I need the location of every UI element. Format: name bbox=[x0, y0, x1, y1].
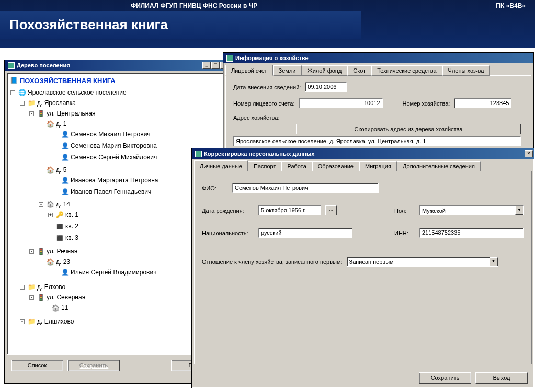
person-icon bbox=[61, 188, 69, 196]
collapser-icon[interactable]: - bbox=[10, 90, 15, 95]
tab-housing[interactable]: Жилой фонд bbox=[302, 65, 348, 76]
street-node[interactable]: ул. Речная bbox=[47, 248, 77, 255]
collapser-icon[interactable]: - bbox=[29, 295, 34, 300]
tab-extra[interactable]: Дополнительные сведения bbox=[397, 161, 481, 171]
dob-input[interactable]: 5 октября 1956 г. bbox=[258, 205, 321, 215]
house-icon bbox=[46, 120, 54, 128]
sex-value: Мужской bbox=[422, 207, 446, 214]
collapser-icon[interactable]: - bbox=[20, 285, 25, 290]
collapser-icon[interactable]: - bbox=[39, 202, 43, 207]
street-node[interactable]: ул. Северная bbox=[47, 294, 85, 301]
apt-node[interactable]: кв. 2 bbox=[65, 223, 78, 230]
relation-value: Записан первым bbox=[349, 259, 394, 265]
window-icon bbox=[195, 151, 202, 157]
relation-label: Отношение к члену хозяйства, записанного… bbox=[202, 259, 343, 265]
person-node[interactable]: Ильин Сергей Владимирович bbox=[71, 269, 156, 276]
house-node[interactable]: д. 1 bbox=[56, 120, 66, 128]
household-no-label: Номер хозяйства: bbox=[403, 100, 450, 107]
personal-window-title: Корректировка персональных данных bbox=[204, 151, 314, 157]
tab-lands[interactable]: Земли bbox=[273, 65, 302, 76]
person-node[interactable]: Семенов Сергей Михайлович bbox=[71, 154, 157, 161]
person-node[interactable]: Семенов Михаил Петрович bbox=[71, 131, 151, 138]
list-button[interactable]: Список bbox=[11, 360, 63, 371]
apt-node[interactable]: кв. 3 bbox=[65, 234, 78, 241]
tab-account[interactable]: Лицевой счет bbox=[225, 65, 273, 76]
close-button[interactable]: × bbox=[525, 150, 533, 157]
nationality-input[interactable]: русский bbox=[258, 228, 352, 238]
window-icon bbox=[8, 62, 15, 69]
product-name: ПК «B4B» bbox=[496, 2, 526, 9]
tab-tech[interactable]: Технические средства bbox=[371, 65, 442, 76]
save-button[interactable]: Сохранить bbox=[67, 360, 120, 371]
chevron-down-icon: ▼ bbox=[515, 206, 523, 215]
street-icon bbox=[37, 247, 45, 256]
household-tabs: Лицевой счет Земли Жилой фонд Скот Техни… bbox=[225, 65, 531, 76]
date-picker-button[interactable]: ... bbox=[325, 205, 337, 215]
house-node[interactable]: д. 5 bbox=[56, 166, 66, 174]
collapser-icon[interactable]: - bbox=[39, 122, 43, 126]
apt-node[interactable]: кв. 1 bbox=[65, 211, 78, 218]
collapser-icon[interactable]: - bbox=[39, 168, 43, 172]
sex-select[interactable]: Мужской ▼ bbox=[419, 205, 524, 215]
tab-migration[interactable]: Миграция bbox=[359, 161, 397, 171]
nationality-label: Национальность: bbox=[202, 230, 254, 236]
village-node[interactable]: д. Елхово bbox=[37, 283, 65, 291]
person-node[interactable]: Иванов Павел Геннадьевич bbox=[71, 188, 151, 195]
collapser-icon[interactable]: - bbox=[20, 101, 25, 106]
address-label: Адрес хозяйства: bbox=[233, 114, 280, 121]
copy-address-button[interactable]: Скопировать адрес из дерева хозяйства bbox=[296, 124, 521, 134]
person-node[interactable]: Иванова Маргарита Петровна bbox=[71, 177, 158, 184]
person-icon bbox=[61, 142, 69, 150]
household-window: Информация о хозяйстве Лицевой счет Земл… bbox=[223, 52, 534, 152]
tab-work[interactable]: Работа bbox=[281, 161, 312, 171]
house-node[interactable]: д. 23 bbox=[56, 258, 70, 266]
person-icon bbox=[61, 153, 69, 162]
collapser-icon[interactable]: - bbox=[29, 111, 34, 116]
save-button[interactable]: Сохранить bbox=[419, 372, 471, 384]
person-node[interactable]: Семенова Мария Викторовна bbox=[71, 142, 157, 149]
street-node[interactable]: ул. Центральная bbox=[47, 110, 95, 117]
house-grey-icon bbox=[51, 304, 60, 312]
collapser-icon[interactable]: - bbox=[39, 260, 43, 264]
tab-members[interactable]: Члены хоз-ва bbox=[442, 65, 490, 76]
inn-label: ИНН: bbox=[394, 230, 415, 236]
maximize-button[interactable]: □ bbox=[211, 62, 220, 69]
tab-passport[interactable]: Паспорт bbox=[248, 161, 282, 171]
tab-cattle[interactable]: Скот bbox=[347, 65, 371, 76]
street-icon bbox=[37, 109, 45, 118]
folder-icon bbox=[27, 317, 36, 326]
house-grey-icon bbox=[46, 200, 54, 209]
tab-personal[interactable]: Личные данные bbox=[194, 160, 248, 171]
relation-select[interactable]: Записан первым ▼ bbox=[347, 257, 498, 267]
tree-titlebar[interactable]: Дерево поселения _ □ × bbox=[5, 60, 230, 71]
household-titlebar[interactable]: Информация о хозяйстве bbox=[223, 53, 533, 63]
collapser-icon[interactable]: - bbox=[20, 319, 25, 324]
address-input[interactable]: Ярославское сельское поселение, д. Яросл… bbox=[233, 136, 521, 146]
entry-date-input[interactable]: 09.10.2006 bbox=[305, 82, 347, 92]
dob-label: Дата рождения: bbox=[202, 207, 254, 214]
app-banner: ФИЛИАЛ ФГУП ГНИВЦ ФНС России в ЧР ПК «B4… bbox=[0, 0, 535, 48]
org-name: ФИЛИАЛ ФГУП ГНИВЦ ФНС России в ЧР bbox=[131, 2, 257, 9]
book-icon bbox=[9, 76, 18, 85]
globe-icon bbox=[18, 88, 26, 97]
house-node[interactable]: 11 bbox=[61, 304, 68, 312]
village-node[interactable]: д. Ярославка bbox=[37, 99, 76, 107]
minimize-button[interactable]: _ bbox=[202, 62, 211, 69]
personal-titlebar[interactable]: Корректировка персональных данных × bbox=[192, 148, 534, 159]
grey-icon bbox=[55, 234, 64, 242]
inn-input[interactable]: 211548752335 bbox=[419, 228, 524, 238]
collapser-icon[interactable]: - bbox=[29, 249, 34, 254]
chevron-down-icon: ▼ bbox=[490, 257, 498, 266]
sex-label: Пол: bbox=[394, 207, 415, 214]
house-node[interactable]: д. 14 bbox=[56, 201, 70, 208]
collapser-icon[interactable]: + bbox=[48, 213, 53, 217]
village-node[interactable]: д. Елшихово bbox=[37, 318, 74, 325]
entry-date-label: Дата внесения сведений: bbox=[233, 84, 301, 90]
tab-education[interactable]: Образование bbox=[312, 161, 359, 171]
exit-button[interactable]: Выход bbox=[475, 372, 528, 384]
folder-icon bbox=[27, 283, 36, 291]
account-no-input[interactable]: 10012 bbox=[299, 98, 383, 108]
settlement-node[interactable]: Ярославское сельское поселение bbox=[28, 89, 127, 96]
household-no-input[interactable]: 123345 bbox=[454, 98, 511, 108]
fio-input[interactable]: Семенов Михаил Петрович bbox=[232, 183, 379, 193]
